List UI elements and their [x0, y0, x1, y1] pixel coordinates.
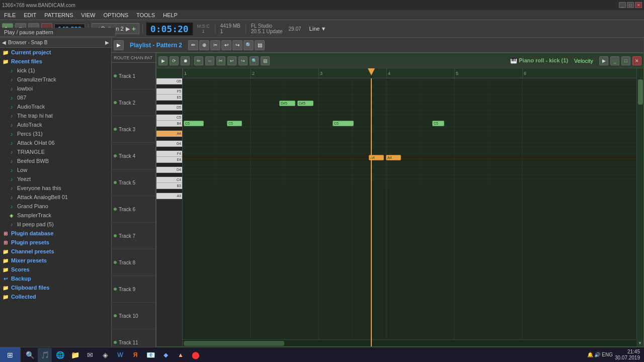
- sidebar-item-backup[interactable]: ↩ Backup: [0, 274, 111, 283]
- sidebar-forward-icon[interactable]: ▶: [105, 40, 109, 45]
- sidebar-item-kick[interactable]: ♪ kick (1): [0, 66, 111, 75]
- sidebar-item-plugin-presets[interactable]: ⊞ Plugin presets: [0, 238, 111, 247]
- pl-btn-1[interactable]: ✏: [188, 40, 198, 50]
- pr-scroll-h-thumb[interactable]: [184, 341, 284, 346]
- sidebar-back-icon[interactable]: ◀: [2, 40, 6, 45]
- taskbar-folder[interactable]: 📁: [68, 348, 82, 362]
- key-e4[interactable]: E4: [156, 157, 182, 163]
- pr-loop-btn[interactable]: ⟳: [170, 56, 179, 65]
- key-d5[interactable]: D5: [156, 105, 182, 111]
- sidebar-item-lil-peep[interactable]: ♪ lil peep pad (5): [0, 220, 111, 229]
- menu-tools[interactable]: TOOLS: [134, 12, 157, 18]
- pl-btn-7[interactable]: ▤: [255, 40, 265, 50]
- menu-patterns[interactable]: PATTERNS: [42, 12, 75, 18]
- note-a4-2[interactable]: A4: [386, 155, 401, 160]
- key-g5[interactable]: G5: [156, 78, 182, 84]
- key-d4[interactable]: D4: [156, 167, 182, 173]
- menu-edit[interactable]: EDIT: [22, 12, 38, 18]
- pr-grid-area[interactable]: 1 2 3 4 5 6: [183, 68, 636, 346]
- pr-resize-btn[interactable]: □: [621, 56, 630, 65]
- sidebar-item-samplertrack[interactable]: ◈ SamplerTrack: [0, 211, 111, 220]
- taskbar-ie[interactable]: 🌐: [53, 348, 67, 362]
- taskbar-app2[interactable]: ◆: [158, 348, 173, 362]
- taskbar-mail[interactable]: ✉: [83, 348, 97, 362]
- sidebar-item-percs[interactable]: ♪ Percs (31): [0, 129, 111, 138]
- minimize-button[interactable]: _: [619, 2, 626, 8]
- key-db4[interactable]: [156, 173, 182, 177]
- key-gb4[interactable]: [156, 147, 182, 151]
- pr-rec-btn[interactable]: ⏺: [181, 56, 190, 65]
- sidebar-item-grand-piano[interactable]: ♪ Grand Piano: [0, 202, 111, 211]
- pattern-arrow-right[interactable]: ▶: [126, 26, 130, 32]
- key-f5[interactable]: F5: [156, 88, 182, 95]
- start-button[interactable]: ⊞: [0, 347, 20, 363]
- pr-scroll-thumb[interactable]: [638, 79, 643, 105]
- menu-file[interactable]: FILE: [2, 12, 18, 18]
- taskbar-outlook[interactable]: 📧: [143, 348, 157, 362]
- key-eb4[interactable]: [156, 163, 182, 167]
- sidebar-item-beefed[interactable]: ♪ Beefed BWB: [0, 156, 111, 165]
- sidebar-item-attack-ohat[interactable]: ♪ Attack OHat 06: [0, 138, 111, 147]
- note-c5-2[interactable]: C5: [227, 121, 242, 126]
- note-a4-1[interactable]: A4: [369, 155, 384, 160]
- key-gb5[interactable]: [156, 84, 182, 88]
- pr-tool-2[interactable]: ↔: [205, 56, 214, 65]
- key-ab4[interactable]: [156, 137, 182, 141]
- sidebar-item-collected[interactable]: 📁 Collected: [0, 292, 111, 301]
- pr-tool-3[interactable]: ✂: [216, 56, 225, 65]
- key-e5[interactable]: E5: [156, 95, 182, 101]
- sidebar-item-trap-hi-hat[interactable]: ♪ The trap hi hat: [0, 111, 111, 120]
- sidebar-item-attack-analogbell[interactable]: ♪ Attack AnalogBell 01: [0, 193, 111, 202]
- pr-close-btn[interactable]: ✕: [632, 56, 641, 65]
- key-f4[interactable]: F4: [156, 151, 182, 157]
- sidebar-item-autotrack[interactable]: ♪ AutoTrack: [0, 120, 111, 129]
- pl-btn-3[interactable]: ✂: [210, 40, 220, 50]
- key-b4[interactable]: B4: [156, 121, 182, 127]
- pr-tool-5[interactable]: ↪: [238, 56, 248, 65]
- key-a4-highlight[interactable]: A4: [156, 131, 182, 137]
- pr-tool-4[interactable]: ↩: [227, 56, 236, 65]
- pr-scroll-down[interactable]: ▼: [636, 339, 643, 346]
- menu-help[interactable]: HELP: [161, 12, 180, 18]
- sidebar-item-scores[interactable]: 📁 Scores: [0, 265, 111, 274]
- pr-tool-6[interactable]: 🔍: [250, 56, 259, 65]
- sidebar-item-lowboi[interactable]: ♪ lowboi: [0, 84, 111, 93]
- sidebar-item-granulizer[interactable]: ♪ GranulizerTrack: [0, 75, 111, 84]
- pl-btn-5[interactable]: ↪: [232, 40, 243, 50]
- key-c5[interactable]: C5: [156, 115, 182, 121]
- key-eb5[interactable]: [156, 101, 182, 105]
- pattern-add[interactable]: +: [132, 25, 136, 33]
- sidebar-item-mixer-presets[interactable]: 📁 Mixer presets: [0, 256, 111, 265]
- pr-velocity-btn[interactable]: ▶: [599, 56, 608, 65]
- pr-grid[interactable]: C5 C5 D#5 D#5 C5 A4 A4 C5: [183, 78, 636, 346]
- sidebar-item-087[interactable]: ♪ 087: [0, 93, 111, 102]
- key-g4[interactable]: G4: [156, 141, 182, 147]
- key-db5[interactable]: [156, 111, 182, 115]
- key-a3[interactable]: A3: [156, 193, 182, 199]
- key-bb3[interactable]: [156, 189, 182, 193]
- note-ds5-2[interactable]: D#5: [297, 101, 313, 106]
- sidebar-item-current-project[interactable]: 📁 Current project: [0, 48, 111, 57]
- pr-scrollbar-h[interactable]: [183, 339, 636, 346]
- sidebar-item-plugin-db[interactable]: ⊞ Plugin database: [0, 229, 111, 238]
- sidebar-item-everyone-has[interactable]: ♪ Everyone has this: [0, 184, 111, 193]
- sidebar-item-yeezt[interactable]: ♪ Yeezt: [0, 174, 111, 184]
- sidebar-item-channel-presets[interactable]: 📁 Channel presets: [0, 247, 111, 256]
- sidebar-item-clipboard[interactable]: 📁 Clipboard files: [0, 283, 111, 292]
- taskbar-yandex[interactable]: Я: [128, 348, 142, 362]
- line-mode-arrow[interactable]: ▼: [320, 26, 326, 32]
- taskbar-app3[interactable]: ▲: [174, 348, 188, 362]
- taskbar-apps[interactable]: 🎵: [38, 348, 52, 362]
- menu-view[interactable]: VIEW: [79, 12, 97, 18]
- sidebar-item-recent-files[interactable]: 📁 Recent files: [0, 57, 111, 66]
- menu-options[interactable]: OPTIONS: [101, 12, 130, 18]
- pl-btn-2[interactable]: ⊕: [199, 40, 209, 50]
- pl-btn-4[interactable]: ↩: [221, 40, 231, 50]
- pr-play-btn[interactable]: ▶: [158, 56, 168, 65]
- sidebar-item-low[interactable]: ♪ Low: [0, 165, 111, 174]
- pl-btn-6[interactable]: 🔍: [244, 40, 254, 50]
- note-c5-4[interactable]: C5: [432, 121, 444, 126]
- taskbar-record[interactable]: ⬤: [189, 348, 203, 362]
- pr-scrollbar-v[interactable]: ▼: [636, 68, 643, 346]
- playlist-toggle[interactable]: ▶: [114, 40, 124, 50]
